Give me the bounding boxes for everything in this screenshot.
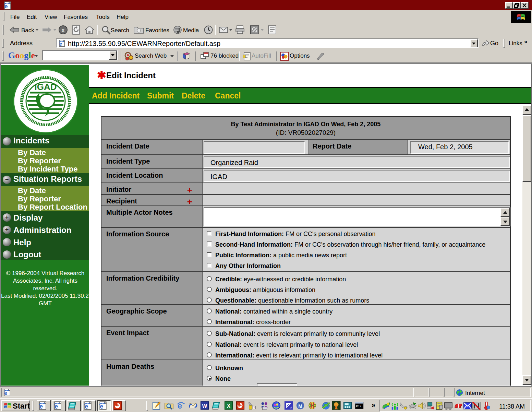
svg-text:C:\: C:\ — [356, 405, 361, 408]
svg-text:x: x — [62, 27, 65, 33]
svg-text:M: M — [298, 403, 302, 409]
svg-text:IGAD: IGAD — [35, 82, 57, 92]
svg-text:X: X — [227, 403, 231, 409]
svg-text:W: W — [202, 403, 207, 409]
